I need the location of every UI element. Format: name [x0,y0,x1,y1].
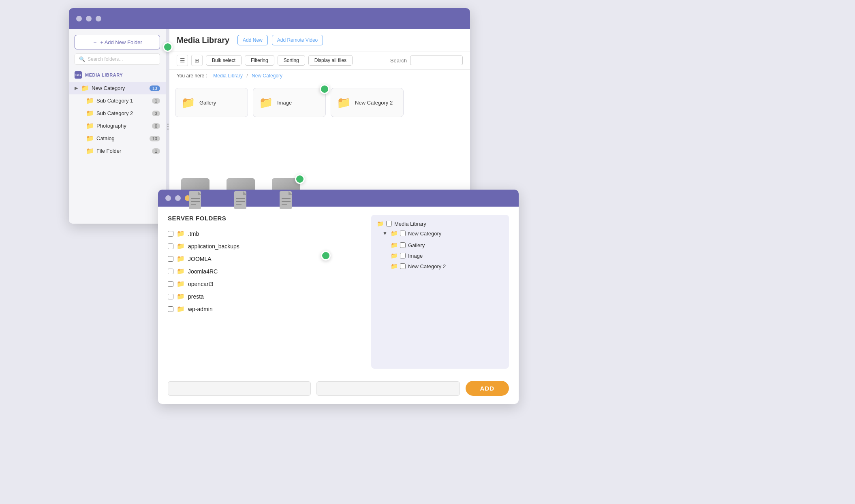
grid-view-icon[interactable]: ⊞ [191,55,203,66]
tree-child-cb-newcat2[interactable] [400,263,406,269]
server-item-4[interactable]: 📁 opencart3 [168,278,363,290]
tree-child-cb-gallery[interactable] [400,242,406,248]
server-checkbox-3[interactable] [168,269,173,274]
server-checkbox-5[interactable] [168,294,173,299]
sfolder-name-2: JOOMLA [188,256,212,262]
sfolder-name-5: presta [188,293,204,300]
server-checkbox-1[interactable] [168,243,173,249]
sorting-button[interactable]: Sorting [278,55,305,66]
traffic-light-3[interactable] [96,16,101,21]
filtering-button[interactable]: Filtering [245,55,274,66]
subfolder-count-1: 3 [152,111,160,116]
tree-root-item[interactable]: 📁 Media Library [377,220,503,227]
footer-input-right[interactable] [316,381,460,396]
tree-child-newcat2[interactable]: 📁 New Category 2 [391,261,503,271]
tree-child-gallery[interactable]: 📁 Gallery [391,240,503,250]
sfolder-icon-5: 📁 [177,293,185,300]
tree-root-icon: 📁 [377,220,384,227]
folder-card-newcat2[interactable]: 📁 New Category 2 [331,88,404,117]
tree-newcat-item[interactable]: ▼ 📁 New Category [383,230,503,237]
subfolder-count-2: 0 [152,123,160,129]
media-library-label: CC MEDIA LIBRARY [69,69,166,82]
server-checkbox-0[interactable] [168,231,173,237]
server-folders-window: SERVER FOLDERS 📁 .tmb 📁 application_back… [158,190,519,404]
subfolder-count-0: 1 [152,98,160,104]
tree-root-checkbox[interactable] [386,221,392,226]
server-item-6[interactable]: 📁 wp-admin [168,303,363,315]
server-item-0[interactable]: 📁 .tmb [168,227,363,240]
folder-card-gallery[interactable]: 📁 Gallery [175,88,248,117]
folder-card-image[interactable]: 📁 Image [253,88,326,117]
main-toolbar: Media Library Add New Add Remote Video [169,29,470,51]
subfolder-item-0[interactable]: 📁 Sub Category 1 1 [80,94,166,107]
add-new-button[interactable]: Add New [237,35,268,45]
server-item-2[interactable]: 📁 JOOMLA [168,252,363,265]
folder-icon-blue: 📁 [81,84,89,92]
subfolder-icon-0: 📁 [86,97,94,105]
sfolder-icon-4: 📁 [177,280,185,288]
root-folder-count: 13 [150,85,160,91]
subfolder-icon-2: 📁 [86,122,94,130]
search-label: Search [390,58,407,64]
sfolder-icon-2: 📁 [177,255,185,263]
root-folder-name: New Category [92,85,150,91]
search-input[interactable] [410,56,463,65]
subfolder-name-2: Photography [96,123,152,129]
breadcrumb: You are here : Media Library / New Categ… [169,70,470,82]
search-placeholder: Search folders... [88,56,123,62]
subfolder-count-4: 1 [152,148,160,154]
root-folder-item[interactable]: ▶ 📁 New Category 13 [69,82,166,94]
plus-icon: ＋ [92,38,98,46]
tree-new-category-section: ▼ 📁 New Category 📁 Gallery 📁 [377,230,503,271]
bulk-select-button[interactable]: Bulk select [206,55,242,66]
cc-icon: CC [75,71,82,79]
sfolder-name-4: opencart3 [188,281,213,287]
subfolder-icon-1: 📁 [86,109,94,117]
sfolder-icon-0: 📁 [177,230,185,237]
subfolder-item-4[interactable]: 📁 File Folder 1 [80,145,166,157]
server-checkbox-2[interactable] [168,256,173,262]
subfolder-icon-4: 📁 [86,147,94,155]
sfolder-name-0: .tmb [188,231,199,237]
sfolder-name-1: application_backups [188,243,239,250]
window-2-titlebar [158,190,519,207]
traffic-light-w2-1[interactable] [165,195,171,201]
sfolder-icon-1: 📁 [177,242,185,250]
subfolder-item-2[interactable]: 📁 Photography 0 [80,120,166,132]
add-button[interactable]: ADD [466,381,509,396]
tree-children: 📁 Gallery 📁 Image 📁 New Catego [383,240,503,271]
expand-arrow: ▶ [75,85,79,91]
subfolder-item-3[interactable]: 📁 Catalog 10 [80,132,166,145]
tree-child-label-gallery: Gallery [408,242,425,248]
tree-child-image[interactable]: 📁 Image [391,250,503,261]
display-all-button[interactable]: Display all files [308,55,353,66]
add-folder-button[interactable]: ＋ + Add New Folder [75,35,160,49]
breadcrumb-media-library[interactable]: Media Library [213,73,243,79]
list-view-icon[interactable]: ☰ [177,55,188,66]
subfolder-count-3: 10 [150,136,160,141]
traffic-light-2[interactable] [86,16,92,21]
subfolder-item-1[interactable]: 📁 Sub Category 2 3 [80,107,166,120]
server-item-3[interactable]: 📁 Joomla4RC [168,265,363,278]
tree-newcat-label: New Category [408,231,441,237]
search-folders-input[interactable]: 🔍 Search folders... [75,53,160,65]
footer-input-left[interactable] [168,381,311,396]
add-remote-button[interactable]: Add Remote Video [272,35,323,45]
server-item-5[interactable]: 📁 presta [168,290,363,303]
breadcrumb-current: New Category [252,73,282,79]
server-checkbox-4[interactable] [168,281,173,287]
green-dot-joomla [321,251,331,261]
tree-expand-icon: ▼ [383,231,387,236]
traffic-light-1[interactable] [76,16,82,21]
folder-cards-area: 📁 Gallery 📁 Image 📁 New Category 2 [169,82,470,178]
green-dot-file2 [295,174,305,184]
secondary-toolbar: ☰ ⊞ Bulk select Filtering Sorting Displa… [169,51,470,70]
server-checkbox-6[interactable] [168,306,173,312]
server-item-1[interactable]: 📁 application_backups [168,240,363,252]
search-icon: 🔍 [79,56,85,62]
sfolder-icon-3: 📁 [177,267,185,275]
tree-newcat-checkbox[interactable] [400,231,406,236]
tree-child-cb-image[interactable] [400,253,406,258]
folder-card-label-newcat2: New Category 2 [355,100,393,106]
traffic-light-w2-2[interactable] [175,195,181,201]
